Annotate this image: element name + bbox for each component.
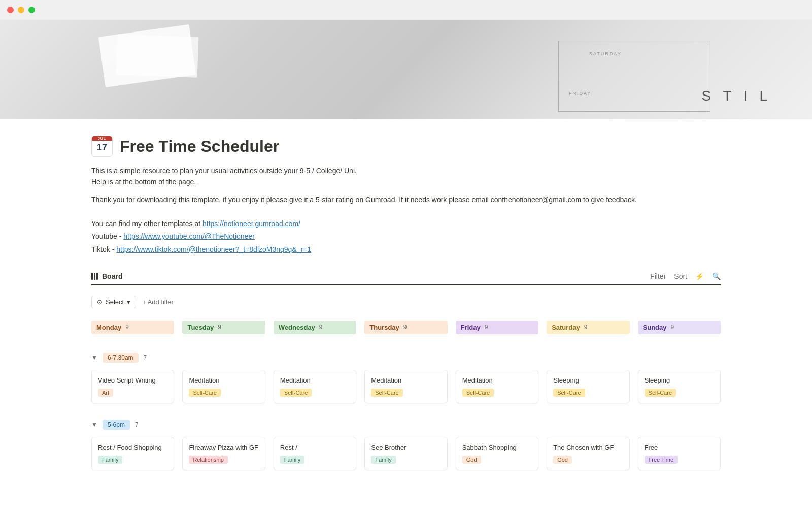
card-title: Rest / — [280, 443, 350, 451]
board-icon — [91, 273, 98, 280]
card-tag: God — [553, 456, 572, 464]
task-card[interactable]: Rest / Food Shopping Family — [91, 437, 174, 470]
col-header-saturday: Saturday9 — [547, 321, 629, 334]
filters-row: ⊙ Select ▾ + Add filter — [91, 296, 721, 308]
task-card[interactable]: Sabbath Shopping God — [456, 437, 538, 470]
main-content: JUL 17 Free Time Scheduler This is a sim… — [51, 119, 761, 505]
lightning-icon[interactable]: ⚡ — [695, 272, 704, 280]
section-count-0: 7 — [144, 354, 147, 361]
hero-banner: S T I L — [0, 20, 812, 119]
toolbar-right: Filter Sort ⚡ 🔍 — [650, 272, 721, 280]
card-title: Meditation — [280, 376, 350, 384]
section-collapse-chevron[interactable]: ▼ — [91, 354, 97, 361]
templates-link[interactable]: https://notioneer.gumroad.com/ — [202, 219, 300, 228]
card-cell: Meditation Self-Care — [274, 370, 356, 407]
circle-icon: ⊙ — [97, 298, 103, 306]
card-tag: Relationship — [189, 456, 228, 464]
card-cell: Free Free Time — [638, 437, 721, 474]
col-count: 9 — [403, 324, 407, 331]
youtube-link[interactable]: https://www.youtube.com/@TheNotioneer — [123, 232, 255, 240]
card-tag: Family — [280, 456, 304, 464]
chevron-down-icon: ▾ — [127, 298, 130, 306]
link-templates: You can find my other templates at https… — [91, 217, 721, 230]
filter-button[interactable]: Filter — [650, 272, 666, 280]
link-youtube: Youtube - https://www.youtube.com/@TheNo… — [91, 230, 721, 243]
tiktok-link[interactable]: https://www.tiktok.com/@thenotioneer?_t=… — [116, 245, 311, 253]
card-title: Sabbath Shopping — [462, 443, 532, 451]
col-label: Monday — [96, 324, 121, 331]
card-tag: Self-Care — [189, 389, 220, 397]
task-card[interactable]: Fireaway Pizza with GF Relationship — [182, 437, 265, 470]
card-tag: Self-Care — [645, 389, 676, 397]
section-label-1: 5-6pm — [103, 420, 130, 430]
task-card[interactable]: Video Script Writing Art — [91, 370, 174, 403]
card-cell: Sleeping Self-Care — [638, 370, 721, 407]
hero-grid-decoration — [558, 41, 710, 112]
sort-button[interactable]: Sort — [674, 272, 687, 280]
add-filter-button[interactable]: + Add filter — [142, 298, 174, 306]
col-header-thursday: Thursday9 — [364, 321, 447, 334]
select-button[interactable]: ⊙ Select ▾ — [91, 296, 136, 308]
section-header-6-730am: ▼ 6-7.30am 7 — [91, 351, 721, 365]
hero-stil-text: S T I L — [702, 88, 771, 104]
col-count: 9 — [584, 324, 588, 331]
calendar-icon: JUL 17 — [91, 136, 113, 157]
card-title: Rest / Food Shopping — [98, 443, 167, 451]
calendar-month: JUL — [92, 136, 112, 141]
task-card[interactable]: Rest / Family — [274, 437, 356, 470]
col-label: Tuesday — [187, 324, 214, 331]
task-card[interactable]: Sleeping Self-Care — [547, 370, 629, 403]
col-header-monday: Monday9 — [91, 321, 174, 334]
card-title: Video Script Writing — [98, 376, 167, 384]
maximize-button[interactable] — [28, 7, 35, 13]
col-label: Saturday — [552, 324, 580, 331]
card-title: Free — [645, 443, 714, 451]
card-title: See Brother — [371, 443, 441, 451]
title-section: JUL 17 Free Time Scheduler — [91, 136, 721, 157]
card-cell: Sleeping Self-Care — [547, 370, 629, 407]
section-count-1: 7 — [135, 421, 139, 428]
section-cards-0: Video Script Writing Art Meditation Self… — [91, 370, 721, 407]
board-tab-label: Board — [102, 272, 122, 280]
col-count: 9 — [218, 324, 221, 331]
section-cards-1: Rest / Food Shopping Family Fireaway Piz… — [91, 437, 721, 474]
card-tag: Self-Care — [280, 389, 312, 397]
col-header-friday: Friday9 — [456, 321, 538, 334]
card-tag: Art — [98, 389, 113, 397]
task-card[interactable]: Sleeping Self-Care — [638, 370, 721, 403]
card-cell: Rest / Family — [274, 437, 356, 474]
link-tiktok: Tiktok - https://www.tiktok.com/@thenoti… — [91, 243, 721, 256]
card-tag: Free Time — [645, 456, 678, 464]
card-cell: The Chosen with GF God — [547, 437, 629, 474]
window-chrome — [0, 0, 812, 20]
close-button[interactable] — [7, 7, 14, 13]
card-cell: Rest / Food Shopping Family — [91, 437, 174, 474]
description-thankyou: Thank you for downloading this template,… — [91, 194, 721, 205]
col-count: 9 — [485, 324, 488, 331]
minimize-button[interactable] — [18, 7, 24, 13]
calendar-day: 17 — [92, 141, 112, 154]
task-card[interactable]: Free Free Time — [638, 437, 721, 470]
task-card[interactable]: The Chosen with GF God — [547, 437, 629, 470]
col-label: Wednesday — [279, 324, 315, 331]
card-cell: Sabbath Shopping God — [456, 437, 538, 474]
task-card[interactable]: Meditation Self-Care — [456, 370, 538, 403]
section-collapse-chevron[interactable]: ▼ — [91, 421, 97, 428]
card-cell: See Brother Family — [364, 437, 447, 474]
board-tab[interactable]: Board — [91, 272, 122, 280]
task-card[interactable]: See Brother Family — [364, 437, 447, 470]
card-tag: Family — [98, 456, 122, 464]
board-toolbar: Board Filter Sort ⚡ 🔍 — [91, 272, 721, 285]
task-card[interactable]: Meditation Self-Care — [274, 370, 356, 403]
task-card[interactable]: Meditation Self-Care — [364, 370, 447, 403]
col-label: Friday — [461, 324, 481, 331]
col-header-wednesday: Wednesday9 — [274, 321, 356, 334]
card-cell: Video Script Writing Art — [91, 370, 174, 407]
task-card[interactable]: Meditation Self-Care — [182, 370, 265, 403]
card-cell: Meditation Self-Care — [456, 370, 538, 407]
search-icon[interactable]: 🔍 — [712, 272, 721, 280]
card-cell: Meditation Self-Care — [182, 370, 265, 407]
col-count: 9 — [125, 324, 129, 331]
description-line1: This is a simple resource to plan your u… — [91, 165, 721, 188]
links-section: You can find my other templates at https… — [91, 217, 721, 256]
